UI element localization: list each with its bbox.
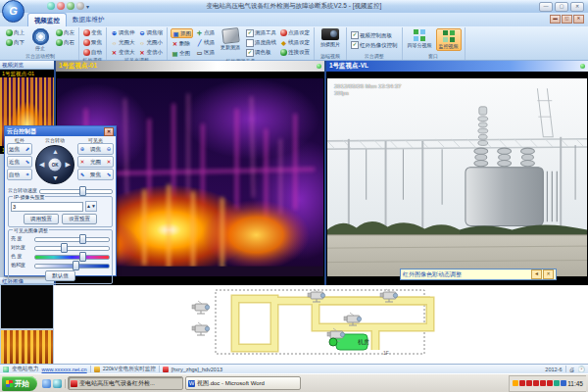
ir-pane-titlebar[interactable]: 1号监视点-01 [56, 61, 324, 72]
close-button[interactable]: ✕ [570, 2, 584, 12]
ptz-dpad[interactable]: ▲ ▼ ◀ ▶ OK [35, 145, 74, 184]
camera-marker[interactable] [192, 322, 210, 335]
qat-icon-3[interactable] [67, 2, 74, 10]
check-video-control-panel[interactable]: ✓视频控制面板 [350, 31, 399, 40]
vis-iris-buttons[interactable]: ✕光圈✕ [77, 156, 114, 168]
delete-button[interactable]: ✕删除 [171, 39, 193, 48]
line-temp-setting-button[interactable]: ◆线温设定 [279, 38, 311, 47]
check-measure-tools[interactable]: ✓测温工具 [245, 28, 277, 37]
dpad-right-icon[interactable]: ▶ [66, 161, 71, 168]
set-preset-button[interactable]: 设置预置 [62, 214, 97, 224]
x-icon[interactable]: ✕ [79, 159, 85, 165]
x-icon[interactable]: ✕ [106, 159, 112, 165]
ptz-right-button[interactable]: 向右 [55, 38, 75, 47]
hue-slider[interactable] [34, 252, 110, 260]
point-temp-setting-button[interactable]: 点温设定 [279, 28, 311, 37]
tray-icon[interactable] [554, 380, 560, 386]
tray-icon[interactable] [533, 380, 539, 386]
slider-thumb[interactable] [73, 261, 79, 270]
camera-marker[interactable] [192, 301, 210, 314]
taskbar-task-app[interactable]: 变电站高压电气设备红外检... [68, 376, 183, 390]
default-values-button[interactable]: 默认值 [45, 270, 75, 281]
taskbar-task-word[interactable]: W 视图.doc - Microsoft Word [185, 376, 301, 390]
check-temp-curve[interactable]: 温度曲线 [245, 38, 277, 47]
child-close-button[interactable]: ✕ [573, 15, 584, 24]
preset-spinner[interactable]: ▲▼ [85, 201, 97, 212]
clock-icon[interactable]: 🕐 [578, 366, 586, 372]
snapshot-button[interactable]: ▣抓图 [171, 28, 193, 38]
qat-dropdown-icon[interactable]: ▾ [86, 3, 89, 10]
full-image-button[interactable]: ▤全图 [171, 49, 193, 58]
line-temp-button[interactable]: ╱线温 [195, 38, 216, 47]
auto-focus-button[interactable]: 自动✦ [7, 169, 32, 180]
monitor-video-button[interactable]: 监控视频 [436, 28, 462, 51]
child-restore-button[interactable]: ◱ [562, 15, 572, 24]
quad-view-button[interactable]: 四等分视频 [406, 28, 434, 49]
tray-icon[interactable] [513, 380, 518, 386]
ptz-controller-panel[interactable]: 云台控制器 ✕ 红外 远焦⬈ 近焦⬊ 自动✦ 云台转动 ▲ ▼ ◀ ▶ OK [4, 125, 117, 276]
arrow-icon[interactable]: ⬊ [106, 172, 112, 177]
near-focus-button[interactable]: 近焦⬊ [7, 156, 32, 168]
status-link[interactable]: www.xxxxxx.net.cn [42, 367, 87, 372]
ptz-left-button[interactable]: 向左 [55, 28, 75, 37]
brightness-slider[interactable] [34, 234, 110, 242]
tray-icon[interactable] [519, 380, 525, 386]
thermal-thumbnail-2[interactable] [1, 330, 53, 364]
qat-icon-2[interactable] [57, 2, 65, 10]
quick-launch-icon[interactable] [53, 379, 62, 388]
slider-thumb[interactable] [79, 186, 86, 196]
far-focus-button[interactable]: 远焦⬈ [7, 143, 32, 155]
tab-video-monitoring[interactable]: 视频监控 [27, 13, 67, 26]
start-button[interactable]: 开始 [2, 376, 37, 391]
iris-close-button[interactable]: ☼光圈小 [138, 38, 165, 47]
saturation-slider[interactable] [34, 261, 110, 269]
tray-network-icon[interactable] [561, 380, 566, 386]
arrow-icon[interactable]: ⬉ [79, 172, 85, 177]
tooltip-back-button[interactable]: ◄ [531, 270, 542, 279]
active-camera-marker[interactable] [329, 338, 337, 346]
printer-icon[interactable]: 🖨 [569, 367, 575, 372]
qat-icon-4[interactable] [76, 2, 84, 10]
check-ir-camera-control[interactable]: ✓红外热像仪控制 [350, 41, 399, 50]
tray-icon[interactable] [526, 380, 532, 386]
tray-icon[interactable] [547, 380, 553, 386]
focus-retract-button[interactable]: ⊖调焦缩 [138, 28, 165, 37]
focus-extend-button[interactable]: ⊕调焦伸 [110, 28, 136, 37]
contrast-slider[interactable] [34, 243, 110, 251]
facility-diagram[interactable]: 机房 1F [54, 285, 588, 364]
black-thumbnail[interactable] [1, 285, 53, 328]
speed-slider[interactable] [39, 186, 113, 194]
dpad-left-icon[interactable]: ◀ [39, 161, 44, 168]
dpad-down-icon[interactable]: ▼ [52, 174, 59, 181]
zoom-in-button[interactable]: ✕变倍大 [110, 48, 136, 57]
point-temp-button[interactable]: ✛点温 [195, 28, 216, 37]
magnifier-minus-icon[interactable]: ⊖ [106, 146, 112, 152]
ir-zoom-button[interactable]: 变焦 [82, 28, 103, 37]
zoom-out-button[interactable]: ✕变倍小 [138, 48, 165, 57]
ptz-up-button[interactable]: 向上 [5, 28, 25, 37]
area-temp-button[interactable]: ▭区温 [195, 48, 216, 57]
visible-pane-titlebar[interactable]: 1号监视点-VL [326, 61, 588, 72]
ir-auto-button[interactable]: 自动 [82, 48, 103, 57]
ptz-stop-button[interactable]: 停止 [27, 28, 53, 51]
maximize-button[interactable]: ▢ [555, 2, 568, 12]
ptz-close-button[interactable]: ✕ [104, 127, 114, 136]
tray-clock[interactable]: 11:45 [567, 380, 583, 387]
tab-database-maintenance[interactable]: 数据库维护 [67, 13, 111, 25]
minimize-button[interactable]: — [539, 2, 553, 12]
qat-icon-1[interactable] [47, 2, 55, 10]
preset-number-input[interactable] [11, 202, 83, 212]
tooltip-close-button[interactable]: ✕ [543, 270, 554, 279]
ir-focus-button[interactable]: 聚焦 [82, 38, 103, 47]
ir-adjust-tooltip[interactable]: 红外图像色彩动态调整 ◄ ✕ [400, 269, 557, 280]
connection-setting-button[interactable]: 连接设置 [279, 48, 311, 57]
visible-video-display[interactable]: 2012/03/26 Mon 13:54:37 30fps 红外图像色彩动态调整… [326, 72, 588, 285]
vis-zoom-buttons[interactable]: ⬉聚焦⬊ [77, 169, 114, 180]
refresh-measure-button[interactable]: 更新测温 [218, 28, 243, 50]
dpad-up-icon[interactable]: ▲ [52, 148, 59, 155]
check-palette[interactable]: ✓调色板 [245, 48, 277, 57]
capture-picture-button[interactable]: 拍摄图片 [318, 28, 343, 47]
ptz-down-button[interactable]: 向下 [5, 38, 25, 47]
magnifier-plus-icon[interactable]: ⊕ [79, 146, 85, 152]
call-preset-button[interactable]: 调用预置 [24, 214, 59, 224]
